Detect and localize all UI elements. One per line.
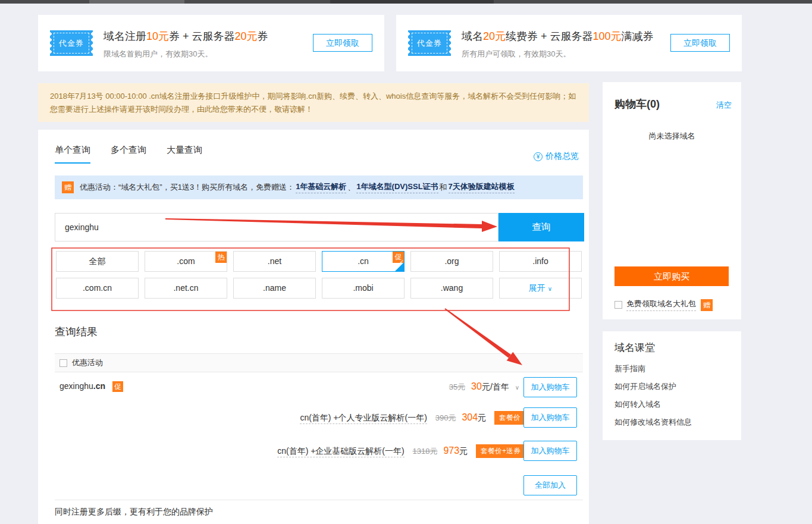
domain-price: 35元 30元/首年 ∨ bbox=[449, 381, 519, 393]
yen-circle-icon: ¥ bbox=[534, 152, 543, 161]
tld-com[interactable]: .com热 bbox=[145, 251, 227, 272]
search-button[interactable]: 查询 bbox=[499, 213, 584, 241]
domain-search-input[interactable] bbox=[55, 213, 499, 241]
tld-mobi[interactable]: .mobi bbox=[322, 278, 405, 299]
coupon-ticket-icon: 代金券 bbox=[408, 30, 451, 56]
promo-filter-label: 优惠活动 bbox=[72, 357, 103, 368]
classroom-link-modify-domain-info[interactable]: 如何修改域名资料信息 bbox=[615, 417, 692, 428]
classroom-link-beginner-guide[interactable]: 新手指南 bbox=[615, 363, 645, 374]
gift-badge: 赠 bbox=[701, 299, 713, 311]
old-price: 390元 bbox=[435, 413, 456, 422]
tab-single-query[interactable]: 单个查询 bbox=[55, 145, 90, 164]
coupon-banner-2: 代金券 域名20元续费券 + 云服务器100元满减券 所有用户可领取，有效期30… bbox=[396, 15, 742, 71]
hot-badge: 热 bbox=[215, 252, 227, 263]
gift-pack-row: 免费领取域名大礼包 赠 bbox=[615, 299, 713, 311]
add-to-cart-button[interactable]: 加入购物车 bbox=[523, 407, 577, 428]
gift-badge: 赠 bbox=[62, 181, 74, 193]
results-heading: 查询结果 bbox=[55, 325, 98, 339]
brand-protection-note: 同时注册更多后缀，更有利于您的品牌保护 bbox=[55, 507, 213, 517]
price-overview-link[interactable]: ¥ 价格总览 bbox=[534, 151, 579, 162]
tab-bulk-query[interactable]: 大量查询 bbox=[167, 145, 202, 164]
price-dropdown-icon[interactable]: ∨ bbox=[515, 384, 519, 391]
domain-result-row: gexinghu.cn促 35元 30元/首年 ∨ bbox=[55, 372, 583, 402]
bundle-price-badge: 套餐价 bbox=[494, 411, 525, 425]
coupon-banner-1: 代金券 域名注册10元券 + 云服务器20元券 限域名首购用户，有效期30天。 … bbox=[38, 15, 384, 71]
promo-filter-checkbox[interactable] bbox=[59, 359, 67, 367]
cart-empty-message: 尚未选择域名 bbox=[603, 131, 741, 142]
expand-tlds-button[interactable]: 展开∨ bbox=[499, 278, 582, 299]
tld-com-cn[interactable]: .com.cn bbox=[56, 278, 139, 299]
current-price: 30 bbox=[471, 381, 482, 391]
add-all-button[interactable]: 全部加入 bbox=[523, 475, 577, 495]
classroom-title: 域名课堂 bbox=[615, 341, 655, 354]
coupon-subtitle: 所有用户可领取，有效期30天。 bbox=[462, 49, 570, 59]
add-to-cart-button[interactable]: 加入购物车 bbox=[523, 377, 577, 397]
package-price: 973 bbox=[443, 445, 459, 456]
package-row: cn(首年) +企业基础版云解析(一年) 1318元 973元 套餐价+送券 bbox=[55, 441, 583, 461]
clear-cart-button[interactable]: 清空 bbox=[716, 100, 732, 111]
browser-top-strip bbox=[0, 0, 812, 4]
tab-multi-query[interactable]: 多个查询 bbox=[111, 145, 146, 164]
section-divider bbox=[55, 500, 583, 500]
tld-org[interactable]: .org bbox=[410, 251, 493, 272]
tld-cn[interactable]: .cn促 bbox=[322, 251, 405, 272]
gift-pack-checkbox[interactable] bbox=[615, 301, 622, 309]
package-row: cn(首年) +个人专业版云解析(一年) 390元 304元 套餐价 bbox=[55, 407, 583, 428]
tld-info[interactable]: .info bbox=[499, 251, 582, 272]
gift-pack-label[interactable]: 免费领取域名大礼包 bbox=[626, 299, 696, 311]
tld-net[interactable]: .net bbox=[233, 251, 316, 272]
chevron-down-icon: ∨ bbox=[548, 285, 552, 292]
domain-query-panel: 单个查询 多个查询 大量查询 ¥ 价格总览 赠 优惠活动：“域名大礼包”，买1送… bbox=[38, 130, 589, 524]
buy-now-button[interactable]: 立即购买 bbox=[615, 266, 729, 286]
promo-filter-row: 优惠活动 bbox=[55, 353, 583, 372]
add-to-cart-button[interactable]: 加入购物车 bbox=[523, 441, 577, 461]
tld-net-cn[interactable]: .net.cn bbox=[145, 278, 227, 299]
query-tabs: 单个查询 多个查询 大量查询 bbox=[55, 145, 222, 164]
promo-link-cloud-dns[interactable]: 1年基础云解析 bbox=[296, 181, 346, 193]
tld-wang[interactable]: .wang bbox=[410, 278, 493, 299]
promo-text: 优惠活动：“域名大礼包”，买1送3！购买所有域名，免费赠送： bbox=[80, 182, 294, 193]
package-price: 304 bbox=[462, 412, 478, 422]
tld-name[interactable]: .name bbox=[233, 278, 316, 299]
price-overview-label: 价格总览 bbox=[545, 151, 579, 162]
shopping-cart-panel: 购物车(0) 清空 尚未选择域名 立即购买 免费领取域名大礼包 赠 bbox=[603, 82, 741, 319]
old-price: 35元 bbox=[449, 382, 465, 391]
tld-all[interactable]: 全部 bbox=[56, 251, 139, 272]
coupon-ticket-label: 代金券 bbox=[412, 33, 447, 54]
result-domain-name: gexinghu.cn促 bbox=[59, 381, 123, 392]
promo-bar: 赠 优惠活动：“域名大礼包”，买1送3！购买所有域名，免费赠送： 1年基础云解析… bbox=[55, 175, 583, 199]
promo-badge: 促 bbox=[112, 381, 123, 392]
classroom-link-domain-protection[interactable]: 如何开启域名保护 bbox=[615, 381, 676, 392]
coupon-ticket-icon: 代金券 bbox=[50, 30, 93, 56]
claim-coupon-button[interactable]: 立即领取 bbox=[313, 34, 372, 52]
coupon-title: 域名20元续费券 + 云服务器100元满减券 bbox=[462, 29, 654, 43]
promo-link-site-template[interactable]: 7天体验版建站模板 bbox=[449, 181, 515, 193]
domain-search-page: 代金券 域名注册10元券 + 云服务器20元券 限域名首购用户，有效期30天。 … bbox=[0, 0, 812, 524]
maintenance-notice: 2018年7月13号 00:00-10:00 .cn域名注册业务接口升级维护中，… bbox=[38, 83, 589, 122]
check-icon bbox=[394, 262, 405, 272]
coupon-title: 域名注册10元券 + 云服务器20元券 bbox=[104, 29, 268, 43]
coupon-subtitle: 限域名首购用户，有效期30天。 bbox=[104, 49, 212, 59]
old-price: 1318元 bbox=[413, 447, 438, 456]
claim-coupon-button[interactable]: 立即领取 bbox=[670, 34, 730, 52]
bundle-coupon-badge: 套餐价+送券 bbox=[476, 444, 525, 458]
package-name[interactable]: cn(首年) +个人专业版云解析(一年) bbox=[300, 413, 427, 424]
coupon-ticket-label: 代金券 bbox=[54, 33, 89, 54]
classroom-link-transfer-domain[interactable]: 如何转入域名 bbox=[615, 399, 661, 410]
domain-classroom-panel: 域名课堂 新手指南 如何开启域名保护 如何转入域名 如何修改域名资料信息 bbox=[603, 331, 741, 440]
cart-title: 购物车(0) bbox=[615, 97, 660, 111]
package-name[interactable]: cn(首年) +企业基础版云解析(一年) bbox=[277, 446, 405, 457]
promo-link-ssl-cert[interactable]: 1年域名型(DV)SSL证书 bbox=[356, 181, 438, 193]
